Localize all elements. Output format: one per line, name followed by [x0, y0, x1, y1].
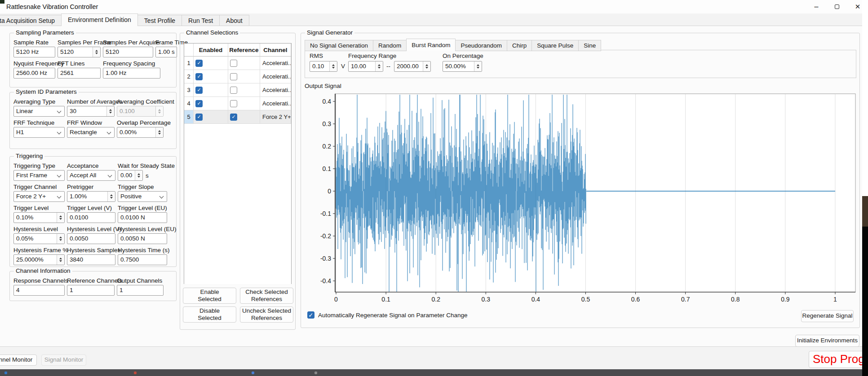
wait-for-steady-state-label: Wait for Steady State [118, 162, 167, 170]
enabled-checkbox[interactable]: ✓ [195, 73, 203, 80]
sigtab-chirp[interactable]: Chirp [507, 40, 532, 51]
row-number[interactable]: 4 [184, 97, 194, 110]
row-number[interactable]: 2 [184, 70, 194, 83]
tab-ta-acquisition-setup[interactable]: ta Acquisition Setup [0, 15, 62, 26]
frequency-spacing-field[interactable]: 1.00 Hz [103, 68, 160, 79]
sigtab-no-signal-generation[interactable]: No Signal Generation [305, 40, 373, 51]
signal-generator-tab-bar: No Signal GenerationRandomBurst RandomPs… [305, 39, 601, 51]
reference-checkbox[interactable]: ✓ [230, 114, 237, 121]
reference-checkbox[interactable] [230, 73, 237, 80]
channel-cell[interactable]: Accelerati... [260, 70, 291, 83]
channel-monitor-button[interactable]: nnel Monitor [0, 354, 37, 366]
wait-for-steady-state-spinner[interactable]: 0.00 [118, 170, 143, 181]
enable-selected-button[interactable]: Enable Selected [183, 288, 236, 304]
pretrigger-spinner[interactable]: 1.00% [67, 191, 115, 202]
enabled-checkbox[interactable]: ✓ [195, 114, 203, 121]
overlap-percentage-spinner[interactable]: 0.00% [117, 127, 164, 138]
tab-run-test[interactable]: Run Test [182, 15, 220, 26]
enabled-checkbox[interactable]: ✓ [195, 60, 203, 67]
frf-technique-dropdown[interactable]: H1 [13, 127, 65, 138]
uncheck-selected-references-button[interactable]: Uncheck Selected References [240, 306, 293, 323]
channel-cell[interactable]: Accelerati... [260, 97, 291, 110]
svg-text:-0.1: -0.1 [320, 210, 331, 217]
desktop-edge-dark [862, 227, 868, 376]
on-percentage-spinner[interactable]: 50.00% [443, 61, 482, 72]
auto-regenerate-checkbox[interactable]: ✓ [307, 311, 314, 319]
channel-buttons: Enable SelectedCheck Selected References… [183, 288, 293, 323]
tab-environment-definition[interactable]: Environment Definition [61, 13, 138, 26]
spinner-arrows-icon [474, 61, 482, 71]
stop-program-button[interactable]: Stop Program [809, 351, 868, 368]
minimize-icon: – [815, 3, 819, 11]
chevron-down-icon [57, 173, 62, 178]
signal-monitor-button[interactable]: Signal Monitor [41, 354, 86, 366]
channel-cell[interactable]: Accelerati... [260, 83, 291, 97]
svg-text:0: 0 [334, 296, 338, 303]
trigger-channel-dropdown[interactable]: Force 2 Y+ [13, 191, 65, 202]
reference-channels-field[interactable]: 1 [67, 285, 115, 296]
spinner-arrows-icon [106, 106, 114, 116]
hysteresis-frame-spinner[interactable]: 25.0000% [13, 254, 65, 265]
rms-spinner[interactable]: 0.10 [310, 61, 337, 72]
reference-checkbox[interactable] [230, 87, 237, 94]
sampling-parameters-group: Sampling Parameters Sample Rate5120 HzSa… [9, 33, 177, 87]
nyquist-frequency-field[interactable]: 2560.00 Hz [13, 68, 55, 79]
samples-per-acquire-field[interactable]: 5120 [103, 47, 153, 57]
sigtab-square-pulse[interactable]: Square Pulse [531, 40, 579, 51]
row-number[interactable]: 1 [184, 57, 194, 70]
trigger-level-eu-field[interactable]: 0.0100 N [118, 212, 167, 223]
frequency-high-spinner[interactable]: 2000.00 [394, 61, 431, 72]
samples-per-frame-spinner[interactable]: 5120 [58, 47, 101, 57]
sigtab-pseudorandom[interactable]: Pseudorandom [455, 40, 507, 51]
sigtab-burst-random[interactable]: Burst Random [406, 39, 456, 51]
enabled-checkbox[interactable]: ✓ [195, 87, 203, 94]
maximize-button[interactable] [827, 0, 847, 13]
trigger-level-label: Trigger Level [13, 205, 65, 212]
frame-time-field[interactable]: 1.00 s [155, 47, 177, 57]
hysteresis-level-v-label: Hysteresis Level (V) [67, 226, 115, 233]
reference-checkbox[interactable] [230, 100, 237, 107]
trigger-slope-dropdown[interactable]: Positive [118, 191, 167, 202]
acceptance-dropdown[interactable]: Accept All [67, 170, 115, 181]
hysteresis-samples-field[interactable]: 3840 [67, 254, 115, 265]
tab-about[interactable]: About [219, 15, 249, 26]
tab-test-profile[interactable]: Test Profile [137, 15, 182, 26]
column-header-reference: Reference [228, 44, 260, 57]
check-selected-references-button[interactable]: Check Selected References [240, 288, 293, 304]
trigger-level-v-field[interactable]: 0.0100 [67, 212, 115, 223]
frf-window-dropdown[interactable]: Rectangle [67, 127, 115, 138]
hysteresis-level-v-field[interactable]: 0.0050 [67, 233, 115, 244]
response-channels-field[interactable]: 4 [13, 285, 65, 296]
spinner-arrows-icon [107, 192, 115, 201]
sigtab-random[interactable]: Random [373, 40, 407, 51]
reference-checkbox[interactable] [230, 60, 237, 67]
triggering-type-dropdown[interactable]: First Frame [13, 170, 65, 181]
hysteresis-level-spinner[interactable]: 0.05% [13, 233, 65, 244]
averaging-type-label: Averaging Type [13, 98, 65, 106]
output-channels-field[interactable]: 1 [117, 285, 164, 296]
svg-text:-0.2: -0.2 [320, 232, 331, 240]
hysteresis-level-eu-field[interactable]: 0.0050 N [118, 233, 167, 244]
desktop-edge-light [862, 0, 868, 196]
hysteresis-samples-label: Hysteresis Samples [67, 247, 115, 254]
channel-cell[interactable]: Force 2 Y+ [260, 110, 291, 124]
channel-cell[interactable]: Accelerati... [260, 57, 291, 70]
hysteresis-time-s-field[interactable]: 0.7500 [118, 254, 167, 265]
averaging-type-dropdown[interactable]: Linear [13, 106, 65, 117]
svg-text:-0.4: -0.4 [320, 277, 331, 284]
minimize-button[interactable]: – [806, 0, 827, 13]
row-number[interactable]: 3 [184, 83, 194, 97]
initialize-environments-button[interactable]: Initialize Environments [795, 335, 859, 347]
sigtab-sine[interactable]: Sine [578, 40, 601, 51]
overlap-percentage-label: Overlap Percentage [117, 119, 164, 127]
number-of-averages-spinner[interactable]: 30 [67, 106, 115, 117]
regenerate-signal-button[interactable]: Regenerate Signal [801, 310, 854, 322]
trigger-level-spinner[interactable]: 0.10% [13, 212, 65, 223]
fft-lines-field[interactable]: 2561 [58, 68, 101, 79]
plot-canvas: 00.10.20.30.40.50.60.70.80.910.40.30.20.… [305, 90, 858, 306]
enabled-checkbox[interactable]: ✓ [195, 100, 203, 107]
sample-rate-field[interactable]: 5120 Hz [13, 47, 55, 57]
frequency-low-spinner[interactable]: 10.00 [348, 61, 383, 72]
row-number[interactable]: 5 [184, 110, 194, 124]
disable-selected-button[interactable]: Disable Selected [183, 306, 236, 323]
